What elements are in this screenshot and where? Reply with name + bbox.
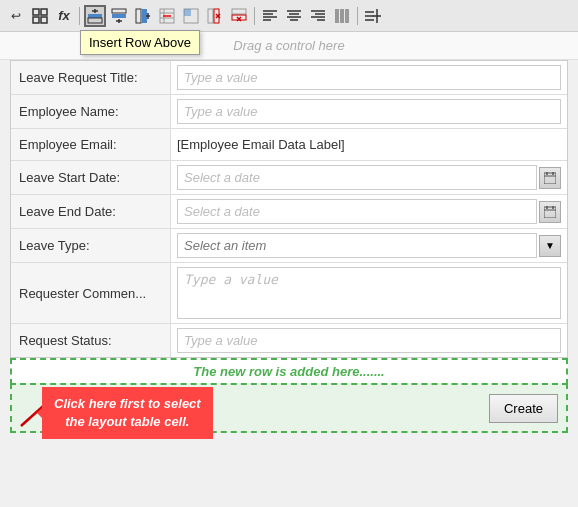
form-row-employee-name: Employee Name:: [11, 95, 567, 129]
label-employee-email: Employee Email:: [11, 129, 171, 160]
delete-col-icon[interactable]: [204, 5, 226, 27]
field-employee-name: [171, 95, 567, 128]
field-leave-type: ▼: [171, 229, 567, 262]
separator-3: [357, 7, 358, 25]
input-leave-end-date[interactable]: [177, 199, 537, 224]
input-leave-type[interactable]: [177, 233, 537, 258]
form-row-employee-email: Employee Email: [Employee Email Data Lab…: [11, 129, 567, 161]
svg-rect-9: [112, 14, 126, 18]
field-employee-email: [Employee Email Data Label]: [171, 129, 567, 160]
separator-2: [254, 7, 255, 25]
label-requester-comment: Requester Commen...: [11, 263, 171, 323]
input-request-status[interactable]: [177, 328, 561, 353]
form-row-leave-start-date: Leave Start Date:: [11, 161, 567, 195]
insert-row-below-btn[interactable]: [108, 5, 130, 27]
grid-icon[interactable]: [29, 5, 51, 27]
svg-rect-1: [41, 9, 47, 15]
input-leave-request-title[interactable]: [177, 65, 561, 90]
form-container: Leave Request Title: Employee Name: Empl…: [10, 60, 568, 358]
bottom-section: Click here first to select the layout ta…: [10, 383, 568, 433]
svg-rect-2: [33, 17, 39, 23]
field-leave-start-date: [171, 161, 567, 194]
plus-col-icon[interactable]: [362, 5, 384, 27]
insert-row-above-btn[interactable]: [84, 5, 106, 27]
select-wrapper-leave-type: ▼: [177, 233, 561, 258]
calendar-btn-start[interactable]: [539, 167, 561, 189]
columns-icon[interactable]: [331, 5, 353, 27]
svg-rect-43: [335, 9, 339, 23]
field-leave-request-title: [171, 61, 567, 94]
svg-rect-8: [112, 9, 126, 13]
separator-1: [79, 7, 80, 25]
select-table-icon[interactable]: [180, 5, 202, 27]
date-wrapper-end: [177, 199, 561, 224]
form-row-requester-comment: Requester Commen...: [11, 263, 567, 324]
label-leave-type: Leave Type:: [11, 229, 171, 262]
field-request-status: [171, 324, 567, 357]
svg-rect-45: [345, 9, 349, 23]
label-leave-end-date: Leave End Date:: [11, 195, 171, 228]
svg-rect-3: [41, 17, 47, 23]
new-row-indicator: The new row is added here.......: [10, 358, 568, 385]
form-row-title: Leave Request Title:: [11, 61, 567, 95]
label-leave-request-title: Leave Request Title:: [11, 61, 171, 94]
svg-rect-56: [544, 207, 556, 218]
input-leave-start-date[interactable]: [177, 165, 537, 190]
align-left-icon[interactable]: [259, 5, 281, 27]
form-row-leave-type: Leave Type: ▼: [11, 229, 567, 263]
function-icon[interactable]: fx: [53, 5, 75, 27]
form-outer: Leave Request Title: Employee Name: Empl…: [0, 60, 578, 443]
callout-box: Click here first to select the layout ta…: [42, 387, 213, 439]
field-leave-end-date: [171, 195, 567, 228]
align-center-icon[interactable]: [283, 5, 305, 27]
field-requester-comment: [171, 263, 567, 323]
svg-rect-12: [136, 9, 141, 23]
input-employee-name[interactable]: [177, 99, 561, 124]
toolbar: ↩ fx Insert Row Above: [0, 0, 578, 32]
label-leave-start-date: Leave Start Date:: [11, 161, 171, 194]
insert-col-icon[interactable]: [132, 5, 154, 27]
callout-line1: Click here first to select: [54, 396, 201, 411]
undo-icon[interactable]: ↩: [5, 5, 27, 27]
form-row-request-status: Request Status:: [11, 324, 567, 357]
svg-rect-44: [340, 9, 344, 23]
form-row-leave-end-date: Leave End Date:: [11, 195, 567, 229]
align-right-icon[interactable]: [307, 5, 329, 27]
label-employee-name: Employee Name:: [11, 95, 171, 128]
delete-table-icon[interactable]: [156, 5, 178, 27]
delete-row-icon[interactable]: [228, 5, 250, 27]
dropdown-btn-leave-type[interactable]: ▼: [539, 235, 561, 257]
drag-area-text: Drag a control here: [233, 38, 344, 53]
svg-rect-4: [88, 14, 102, 18]
new-row-text: The new row is added here.......: [193, 364, 384, 379]
employee-email-data-label: [Employee Email Data Label]: [177, 137, 345, 152]
svg-rect-5: [88, 18, 102, 23]
svg-rect-23: [208, 9, 213, 23]
bottom-left-cell[interactable]: Click here first to select the layout ta…: [12, 385, 481, 431]
label-request-status: Request Status:: [11, 324, 171, 357]
date-wrapper-start: [177, 165, 561, 190]
create-button[interactable]: Create: [489, 394, 558, 423]
calendar-btn-end[interactable]: [539, 201, 561, 223]
tooltip-insert-row-above: Insert Row Above: [80, 30, 200, 55]
textarea-requester-comment[interactable]: [177, 267, 561, 319]
svg-rect-0: [33, 9, 39, 15]
svg-rect-22: [184, 9, 191, 16]
svg-rect-52: [544, 173, 556, 184]
bottom-right-cell: Create: [481, 385, 566, 431]
svg-rect-27: [232, 9, 246, 14]
callout-line2: the layout table cell.: [65, 414, 189, 429]
